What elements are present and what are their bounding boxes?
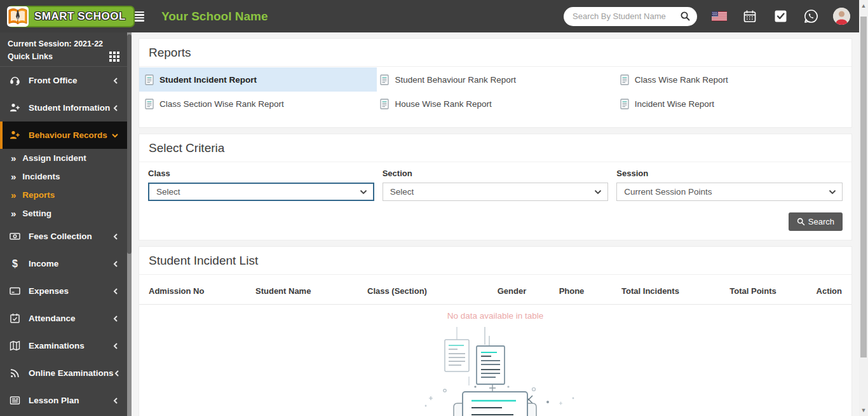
sidebar-item-online-examinations[interactable]: Online Examinations	[0, 359, 127, 387]
school-name-title: Your School Name	[161, 10, 268, 24]
user-avatar[interactable]	[833, 8, 850, 25]
credit-card-icon	[10, 286, 20, 296]
chevron-left-icon	[112, 397, 119, 405]
select-criteria-title: Select Criteria	[139, 134, 851, 162]
sidebar-item-front-office[interactable]: Front Office	[0, 67, 127, 94]
section-label: Section	[383, 169, 609, 178]
grid-icon[interactable]	[109, 52, 119, 62]
sidebar-scrollbar[interactable]	[127, 32, 132, 416]
report-link-class-wise-rank[interactable]: Class Wise Rank Report	[614, 67, 851, 92]
empty-state-illustration	[139, 327, 851, 416]
search-icon	[797, 218, 805, 226]
document-icon	[620, 74, 629, 85]
sidebar-item-student-information[interactable]: Student Information	[0, 94, 127, 121]
student-search-input[interactable]	[573, 11, 680, 21]
student-search-box	[564, 7, 697, 26]
double-arrow-icon: »	[11, 171, 16, 182]
report-link-house-wise-rank[interactable]: House Wise Rank Report	[377, 92, 614, 116]
sidebar-item-attendance[interactable]: Attendance	[0, 305, 127, 332]
logo-area: SMART SCHOOL	[0, 0, 127, 32]
report-link-student-incident[interactable]: Student Incident Report	[139, 67, 377, 92]
column-admission-no[interactable]: Admission No	[149, 286, 255, 296]
student-add-icon	[10, 130, 20, 141]
money-icon	[10, 231, 20, 242]
chevron-left-icon	[112, 315, 119, 322]
sidebar-item-expenses[interactable]: Expenses	[0, 277, 127, 305]
language-flag-icon[interactable]	[711, 8, 728, 25]
sidebar-subitem-assign-incident[interactable]: » Assign Incident	[0, 149, 127, 167]
report-link-student-behaviour-rank[interactable]: Student Behaviour Rank Report	[377, 67, 614, 92]
sidebar-subitem-incidents[interactable]: » Incidents	[0, 167, 127, 186]
sidebar-item-income[interactable]: $ Income	[0, 250, 127, 277]
sidebar-item-behaviour-records[interactable]: Behaviour Records	[0, 121, 127, 149]
report-link-incident-wise[interactable]: Incident Wise Report	[614, 92, 851, 116]
sidebar-subitem-setting[interactable]: » Setting	[0, 204, 127, 223]
search-icon[interactable]	[680, 11, 691, 22]
reports-card-title: Reports	[139, 39, 851, 67]
page-scrollbar[interactable]: ▲ ▼	[859, 0, 868, 416]
column-phone[interactable]: Phone	[542, 286, 601, 296]
student-add-icon	[10, 102, 20, 113]
sidebar-item-examinations[interactable]: Examinations	[0, 332, 127, 359]
column-total-points[interactable]: Total Points	[700, 286, 806, 296]
column-total-incidents[interactable]: Total Incidents	[601, 286, 700, 296]
smart-school-logo[interactable]: SMART SCHOOL	[8, 6, 135, 27]
column-gender[interactable]: Gender	[482, 286, 542, 296]
chevron-down-icon	[594, 190, 602, 195]
chevron-down-icon	[360, 190, 367, 195]
book-logo-icon	[5, 4, 32, 29]
newspaper-icon	[10, 395, 20, 406]
map-icon	[10, 340, 20, 351]
class-label: Class	[148, 169, 374, 178]
whatsapp-icon[interactable]	[803, 8, 819, 25]
chevron-left-icon	[112, 77, 119, 85]
chevron-left-icon	[112, 260, 119, 268]
scroll-down-arrow[interactable]: ▼	[859, 406, 868, 415]
sidebar-item-lesson-plan[interactable]: Lesson Plan	[0, 387, 127, 414]
document-icon	[380, 74, 389, 85]
sidebar-item-fees-collection[interactable]: Fees Collection	[0, 223, 127, 250]
column-student-name[interactable]: Student Name	[255, 286, 367, 296]
section-select[interactable]: Select	[383, 183, 609, 201]
headset-icon	[10, 75, 20, 86]
student-incident-list-card: Student Incident List Admission No Stude…	[139, 246, 852, 416]
scroll-up-arrow[interactable]: ▲	[859, 1, 868, 10]
chevron-left-icon	[112, 342, 119, 350]
main-content: Reports Student Incident Report Student …	[132, 32, 859, 416]
class-select[interactable]: Select	[148, 183, 374, 201]
double-arrow-icon: »	[11, 153, 16, 163]
sidebar-subitem-reports[interactable]: » Reports	[0, 186, 127, 204]
session-label: Session	[616, 169, 843, 178]
quick-links-label: Quick Links	[8, 50, 53, 63]
document-icon	[145, 99, 154, 109]
report-link-class-section-wise-rank[interactable]: Class Section Wise Rank Report	[139, 92, 377, 116]
chevron-left-icon	[112, 288, 119, 295]
select-criteria-card: Select Criteria Class Select Section Sel…	[139, 134, 852, 240]
task-check-icon[interactable]	[772, 8, 789, 25]
chevron-left-icon	[112, 233, 119, 240]
smart-school-app: SMART SCHOOL Your School Name	[0, 0, 868, 416]
calendar-icon[interactable]	[742, 8, 758, 25]
current-session-label: Current Session: 2021-22	[8, 38, 119, 50]
document-icon	[380, 99, 389, 109]
dollar-icon: $	[10, 258, 20, 269]
session-block: Current Session: 2021-22 Quick Links	[0, 32, 127, 67]
chevron-down-icon	[829, 190, 836, 195]
page-scrollbar-thumb[interactable]	[860, 17, 867, 357]
reports-card: Reports Student Incident Report Student …	[139, 38, 852, 128]
column-class-section[interactable]: Class (Section)	[367, 286, 482, 296]
search-button[interactable]: Search	[789, 212, 843, 231]
calendar-check-icon	[10, 313, 20, 324]
document-icon	[620, 99, 629, 109]
chevron-down-icon	[111, 132, 119, 139]
chevron-left-icon	[114, 370, 120, 377]
sidebar-scrollbar-thumb[interactable]	[127, 34, 132, 254]
column-action[interactable]: Action	[806, 286, 842, 296]
hamburger-menu-icon[interactable]	[135, 10, 149, 24]
sidebar-navigation: Current Session: 2021-22 Quick Links	[0, 32, 132, 416]
double-arrow-icon: »	[11, 208, 16, 219]
table-header-row: Admission No Student Name Class (Section…	[139, 275, 851, 305]
student-incident-list-title: Student Incident List	[139, 247, 851, 275]
session-select[interactable]: Current Session Points	[616, 183, 843, 201]
chevron-left-icon	[112, 104, 119, 112]
